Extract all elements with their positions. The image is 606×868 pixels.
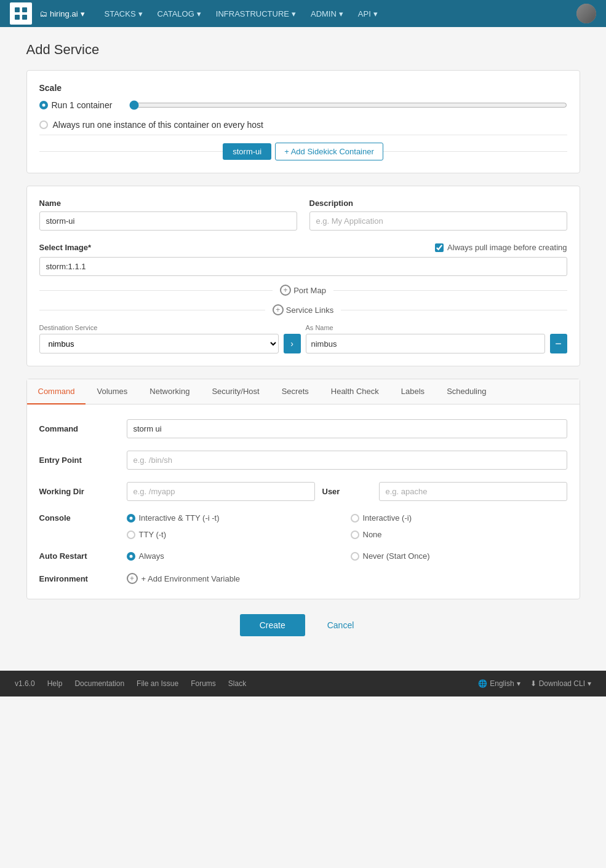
right-divider xyxy=(383,151,567,152)
container-tabs-row: storm-ui + Add Sidekick Container xyxy=(39,135,567,160)
name-group: Name xyxy=(39,199,297,231)
tab-volumes[interactable]: Volumes xyxy=(86,379,138,404)
command-row: Command xyxy=(39,419,567,438)
footer-documentation-link[interactable]: Documentation xyxy=(74,679,124,688)
tab-labels[interactable]: Labels xyxy=(390,379,436,404)
catalog-chevron-icon: ▾ xyxy=(197,9,201,18)
svg-rect-2 xyxy=(15,15,20,20)
scale-slider-row: Run 1 container xyxy=(39,100,567,110)
nav-stacks[interactable]: STACKS ▾ xyxy=(97,0,150,27)
console-interactive-tty-option[interactable]: Interactive & TTY (-i -t) xyxy=(127,513,343,523)
footer-slack-link[interactable]: Slack xyxy=(228,679,246,688)
as-name-input[interactable] xyxy=(306,334,545,353)
tab-security-host[interactable]: Security/Host xyxy=(201,379,270,404)
api-chevron-icon: ▾ xyxy=(373,9,378,18)
footer: v1.6.0 Help Documentation File an Issue … xyxy=(0,671,606,696)
user-label: User xyxy=(322,487,372,496)
console-none-option[interactable]: None xyxy=(351,530,567,539)
tab-secrets[interactable]: Secrets xyxy=(271,379,320,404)
nav-api[interactable]: API ▾ xyxy=(351,0,385,27)
brand-dropdown[interactable]: 🗂 hiring.ai ▾ xyxy=(39,9,85,18)
tab-command[interactable]: Command xyxy=(27,379,86,404)
as-name-label: As Name xyxy=(306,324,545,331)
main-content: Add Service Scale Run 1 container Always… xyxy=(14,27,592,671)
auto-restart-row: Auto Restart Always Never (Start Once) xyxy=(39,551,567,561)
nav-catalog[interactable]: CATALOG ▾ xyxy=(150,0,209,27)
select-image-label: Select Image* xyxy=(39,243,92,252)
always-pull-checkbox[interactable] xyxy=(435,243,444,252)
always-run-option[interactable]: Always run one instance of this containe… xyxy=(39,120,567,130)
nav-admin[interactable]: ADMIN ▾ xyxy=(303,0,351,27)
run-1-container-option[interactable]: Run 1 container xyxy=(39,100,113,110)
service-links-row: Destination Service nimbus › As Name − xyxy=(39,324,567,353)
name-description-row: Name Description xyxy=(39,199,567,231)
run-1-container-label: Run 1 container xyxy=(52,100,113,110)
name-input[interactable] xyxy=(39,211,297,231)
create-button[interactable]: Create xyxy=(240,614,305,636)
command-input[interactable] xyxy=(127,419,567,438)
auto-restart-label: Auto Restart xyxy=(39,551,119,561)
entry-point-row: Entry Point xyxy=(39,451,567,470)
service-links-divider: + Service Links xyxy=(39,304,567,315)
user-input[interactable] xyxy=(379,482,567,501)
radio-empty-icon xyxy=(39,120,48,129)
footer-language-selector[interactable]: 🌐 English ▾ xyxy=(478,679,520,688)
auto-restart-always-option[interactable]: Always xyxy=(127,551,343,561)
bottom-tabs-card: Command Volumes Networking Security/Host… xyxy=(26,379,580,599)
footer-version: v1.6.0 xyxy=(15,679,35,688)
action-buttons-row: Create Cancel xyxy=(26,614,580,636)
nav-infrastructure[interactable]: INFRASTRUCTURE ▾ xyxy=(209,0,303,27)
tab-networking[interactable]: Networking xyxy=(138,379,201,404)
user-avatar[interactable] xyxy=(576,4,596,23)
footer-file-issue-link[interactable]: File an Issue xyxy=(137,679,178,688)
storm-ui-tab[interactable]: storm-ui xyxy=(223,143,271,160)
description-input[interactable] xyxy=(309,211,567,231)
radio-empty-none-icon xyxy=(351,531,359,539)
app-logo[interactable] xyxy=(10,2,32,25)
admin-chevron-icon: ▾ xyxy=(339,9,343,18)
destination-service-select[interactable]: nimbus xyxy=(39,334,279,353)
description-group: Description xyxy=(309,199,567,231)
language-chevron-icon: ▾ xyxy=(517,679,520,688)
add-environment-variable-button[interactable]: + + Add Environment Variable xyxy=(127,573,567,584)
destination-service-label: Destination Service xyxy=(39,324,279,331)
brand-chevron-icon: ▾ xyxy=(81,9,85,18)
image-input-row xyxy=(39,257,567,276)
scale-slider[interactable] xyxy=(129,100,567,110)
scale-card: Scale Run 1 container Always run one ins… xyxy=(26,70,580,173)
tab-scheduling[interactable]: Scheduling xyxy=(436,379,497,404)
radio-empty-interactive-icon xyxy=(351,514,359,523)
port-map-button[interactable]: + Port Map xyxy=(280,285,326,296)
console-tty-option[interactable]: TTY (-t) xyxy=(127,530,343,539)
footer-forums-link[interactable]: Forums xyxy=(191,679,216,688)
tabs-row: Command Volumes Networking Security/Host… xyxy=(27,379,580,404)
tab-health-check[interactable]: Health Check xyxy=(320,379,390,404)
working-dir-input[interactable] xyxy=(127,482,315,501)
port-map-plus-icon: + xyxy=(280,285,291,296)
remove-service-link-button[interactable]: − xyxy=(550,334,567,353)
always-pull-option[interactable]: Always pull image before creating xyxy=(435,243,567,252)
service-links-button[interactable]: + Service Links xyxy=(273,304,333,315)
entry-point-input[interactable] xyxy=(127,451,567,470)
infrastructure-chevron-icon: ▾ xyxy=(292,9,296,18)
as-name-group: As Name xyxy=(306,324,545,353)
service-config-card: Name Description Select Image* Always pu… xyxy=(26,186,580,366)
footer-download-cli-link[interactable]: ⬇ Download CLI ▾ xyxy=(530,679,591,688)
service-link-arrow-button[interactable]: › xyxy=(284,334,301,353)
name-label: Name xyxy=(39,199,297,208)
radio-empty-tty-icon xyxy=(127,531,135,539)
console-interactive-option[interactable]: Interactive (-i) xyxy=(351,513,567,523)
svg-rect-1 xyxy=(22,7,27,12)
svg-rect-3 xyxy=(22,15,27,20)
auto-restart-never-option[interactable]: Never (Start Once) xyxy=(351,551,567,561)
always-pull-label: Always pull image before creating xyxy=(447,243,567,252)
footer-help-link[interactable]: Help xyxy=(47,679,63,688)
add-sidekick-button[interactable]: + Add Sidekick Container xyxy=(275,143,383,160)
globe-icon: 🌐 xyxy=(478,679,487,688)
cancel-button[interactable]: Cancel xyxy=(315,614,367,636)
destination-service-group: Destination Service nimbus xyxy=(39,324,279,353)
entry-point-label: Entry Point xyxy=(39,456,119,465)
image-input[interactable] xyxy=(39,257,567,276)
working-dir-label: Working Dir xyxy=(39,487,119,496)
download-chevron-icon: ▾ xyxy=(588,679,591,688)
